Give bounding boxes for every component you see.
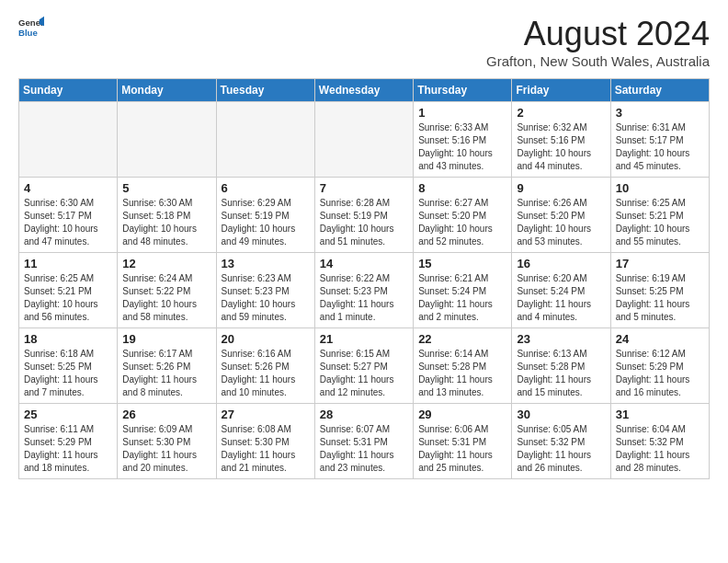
day-number: 20: [222, 332, 310, 346]
cell-info: Sunrise: 6:22 AM Sunset: 5:23 PM Dayligh…: [320, 272, 408, 324]
day-number: 29: [418, 408, 506, 421]
calendar-cell: 18Sunrise: 6:18 AM Sunset: 5:25 PM Dayli…: [19, 328, 118, 404]
day-number: 9: [517, 181, 605, 195]
week-row-1: 1Sunrise: 6:33 AM Sunset: 5:16 PM Daylig…: [19, 102, 710, 178]
logo: General Blue: [18, 15, 44, 40]
day-number: 22: [418, 332, 506, 346]
col-header-friday: Friday: [512, 79, 610, 102]
calendar-header-row: SundayMondayTuesdayWednesdayThursdayFrid…: [19, 79, 710, 102]
calendar-cell: 22Sunrise: 6:14 AM Sunset: 5:28 PM Dayli…: [414, 328, 512, 404]
day-number: 10: [616, 181, 704, 195]
calendar-cell: 20Sunrise: 6:16 AM Sunset: 5:26 PM Dayli…: [216, 328, 314, 404]
cell-info: Sunrise: 6:15 AM Sunset: 5:27 PM Dayligh…: [320, 348, 408, 399]
calendar-cell: 13Sunrise: 6:23 AM Sunset: 5:23 PM Dayli…: [216, 253, 314, 328]
col-header-tuesday: Tuesday: [216, 79, 314, 102]
col-header-monday: Monday: [118, 79, 216, 102]
calendar-cell: 21Sunrise: 6:15 AM Sunset: 5:27 PM Dayli…: [314, 328, 413, 404]
calendar-cell: 5Sunrise: 6:30 AM Sunset: 5:18 PM Daylig…: [118, 178, 216, 253]
cell-info: Sunrise: 6:27 AM Sunset: 5:20 PM Dayligh…: [418, 197, 506, 248]
calendar-cell: 28Sunrise: 6:07 AM Sunset: 5:31 PM Dayli…: [314, 404, 413, 479]
day-number: 15: [418, 257, 506, 270]
cell-info: Sunrise: 6:29 AM Sunset: 5:19 PM Dayligh…: [222, 197, 310, 248]
title-block: August 2024 Grafton, New South Wales, Au…: [486, 15, 710, 69]
calendar-cell: 17Sunrise: 6:19 AM Sunset: 5:25 PM Dayli…: [610, 253, 709, 328]
col-header-saturday: Saturday: [610, 79, 709, 102]
cell-info: Sunrise: 6:04 AM Sunset: 5:32 PM Dayligh…: [616, 423, 704, 475]
day-number: 16: [517, 257, 605, 270]
calendar-cell: 23Sunrise: 6:13 AM Sunset: 5:28 PM Dayli…: [512, 328, 610, 404]
calendar-cell: 19Sunrise: 6:17 AM Sunset: 5:26 PM Dayli…: [118, 328, 216, 404]
calendar-cell: 10Sunrise: 6:25 AM Sunset: 5:21 PM Dayli…: [610, 178, 709, 253]
day-number: 6: [222, 181, 310, 195]
calendar-cell: 14Sunrise: 6:22 AM Sunset: 5:23 PM Dayli…: [314, 253, 413, 328]
calendar-cell: 7Sunrise: 6:28 AM Sunset: 5:19 PM Daylig…: [314, 178, 413, 253]
cell-info: Sunrise: 6:11 AM Sunset: 5:29 PM Dayligh…: [24, 423, 112, 475]
cell-info: Sunrise: 6:32 AM Sunset: 5:16 PM Dayligh…: [517, 121, 605, 173]
week-row-5: 25Sunrise: 6:11 AM Sunset: 5:29 PM Dayli…: [19, 404, 710, 479]
calendar-cell: 12Sunrise: 6:24 AM Sunset: 5:22 PM Dayli…: [118, 253, 216, 328]
day-number: 3: [616, 106, 704, 120]
day-number: 26: [122, 408, 210, 421]
page-header: General Blue August 2024 Grafton, New So…: [18, 15, 710, 69]
day-number: 1: [418, 106, 506, 120]
cell-info: Sunrise: 6:25 AM Sunset: 5:21 PM Dayligh…: [616, 197, 704, 248]
calendar-cell: [19, 102, 118, 178]
calendar-cell: [314, 102, 413, 178]
calendar-cell: 15Sunrise: 6:21 AM Sunset: 5:24 PM Dayli…: [414, 253, 512, 328]
cell-info: Sunrise: 6:28 AM Sunset: 5:19 PM Dayligh…: [320, 197, 408, 248]
day-number: 25: [24, 408, 112, 421]
calendar-cell: 25Sunrise: 6:11 AM Sunset: 5:29 PM Dayli…: [19, 404, 118, 479]
day-number: 12: [122, 257, 210, 270]
col-header-sunday: Sunday: [19, 79, 118, 102]
day-number: 21: [320, 332, 408, 346]
calendar-cell: 9Sunrise: 6:26 AM Sunset: 5:20 PM Daylig…: [512, 178, 610, 253]
cell-info: Sunrise: 6:21 AM Sunset: 5:24 PM Dayligh…: [418, 272, 506, 324]
cell-info: Sunrise: 6:30 AM Sunset: 5:17 PM Dayligh…: [24, 197, 112, 248]
calendar-cell: 31Sunrise: 6:04 AM Sunset: 5:32 PM Dayli…: [610, 404, 709, 479]
calendar-cell: 11Sunrise: 6:25 AM Sunset: 5:21 PM Dayli…: [19, 253, 118, 328]
cell-info: Sunrise: 6:30 AM Sunset: 5:18 PM Dayligh…: [122, 197, 210, 248]
calendar-cell: [118, 102, 216, 178]
day-number: 17: [616, 257, 704, 270]
day-number: 27: [222, 408, 310, 421]
logo-icon: General Blue: [18, 15, 44, 40]
calendar-table: SundayMondayTuesdayWednesdayThursdayFrid…: [18, 78, 710, 479]
cell-info: Sunrise: 6:31 AM Sunset: 5:17 PM Dayligh…: [616, 121, 704, 173]
calendar-cell: 4Sunrise: 6:30 AM Sunset: 5:17 PM Daylig…: [19, 178, 118, 253]
cell-info: Sunrise: 6:13 AM Sunset: 5:28 PM Dayligh…: [517, 348, 605, 399]
cell-info: Sunrise: 6:18 AM Sunset: 5:25 PM Dayligh…: [24, 348, 112, 399]
calendar-cell: 6Sunrise: 6:29 AM Sunset: 5:19 PM Daylig…: [216, 178, 314, 253]
calendar-cell: 27Sunrise: 6:08 AM Sunset: 5:30 PM Dayli…: [216, 404, 314, 479]
cell-info: Sunrise: 6:26 AM Sunset: 5:20 PM Dayligh…: [517, 197, 605, 248]
month-year: August 2024: [486, 15, 710, 53]
cell-info: Sunrise: 6:05 AM Sunset: 5:32 PM Dayligh…: [517, 423, 605, 475]
svg-text:Blue: Blue: [18, 28, 38, 38]
cell-info: Sunrise: 6:16 AM Sunset: 5:26 PM Dayligh…: [222, 348, 310, 399]
cell-info: Sunrise: 6:17 AM Sunset: 5:26 PM Dayligh…: [122, 348, 210, 399]
calendar-cell: 30Sunrise: 6:05 AM Sunset: 5:32 PM Dayli…: [512, 404, 610, 479]
day-number: 31: [616, 408, 704, 421]
location: Grafton, New South Wales, Australia: [486, 53, 710, 69]
calendar-cell: 3Sunrise: 6:31 AM Sunset: 5:17 PM Daylig…: [610, 102, 709, 178]
day-number: 19: [122, 332, 210, 346]
cell-info: Sunrise: 6:23 AM Sunset: 5:23 PM Dayligh…: [222, 272, 310, 324]
calendar-cell: 8Sunrise: 6:27 AM Sunset: 5:20 PM Daylig…: [414, 178, 512, 253]
cell-info: Sunrise: 6:33 AM Sunset: 5:16 PM Dayligh…: [418, 121, 506, 173]
day-number: 28: [320, 408, 408, 421]
day-number: 8: [418, 181, 506, 195]
cell-info: Sunrise: 6:20 AM Sunset: 5:24 PM Dayligh…: [517, 272, 605, 324]
day-number: 13: [222, 257, 310, 270]
cell-info: Sunrise: 6:25 AM Sunset: 5:21 PM Dayligh…: [24, 272, 112, 324]
day-number: 18: [24, 332, 112, 346]
day-number: 24: [616, 332, 704, 346]
day-number: 30: [517, 408, 605, 421]
day-number: 7: [320, 181, 408, 195]
day-number: 23: [517, 332, 605, 346]
calendar-cell: 24Sunrise: 6:12 AM Sunset: 5:29 PM Dayli…: [610, 328, 709, 404]
cell-info: Sunrise: 6:14 AM Sunset: 5:28 PM Dayligh…: [418, 348, 506, 399]
day-number: 5: [122, 181, 210, 195]
col-header-wednesday: Wednesday: [314, 79, 413, 102]
day-number: 2: [517, 106, 605, 120]
cell-info: Sunrise: 6:09 AM Sunset: 5:30 PM Dayligh…: [122, 423, 210, 475]
cell-info: Sunrise: 6:19 AM Sunset: 5:25 PM Dayligh…: [616, 272, 704, 324]
